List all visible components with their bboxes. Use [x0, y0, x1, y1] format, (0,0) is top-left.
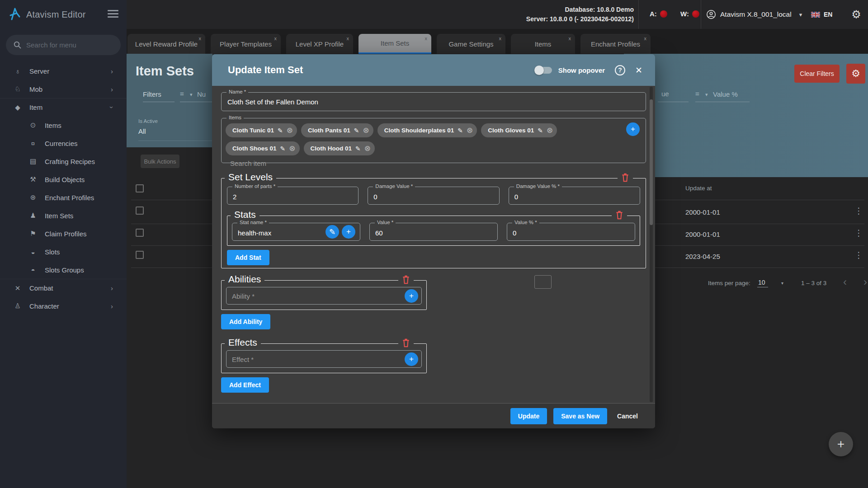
- pick-effect-button[interactable]: +: [405, 352, 418, 366]
- tab-close-icon[interactable]: x: [644, 36, 647, 41]
- add-item-button[interactable]: +: [626, 122, 640, 136]
- sidebar-item-claim-profiles[interactable]: ⚑ Claim Profiles: [0, 225, 127, 243]
- page-size-dropdown-icon[interactable]: ▾: [781, 281, 783, 286]
- remove-chip-icon[interactable]: ⊗: [467, 127, 473, 134]
- filter-value-pct-label[interactable]: Value %: [713, 90, 738, 98]
- is-active-select[interactable]: All: [138, 127, 146, 135]
- cancel-button[interactable]: Cancel: [613, 408, 642, 424]
- sidebar-item-currencies[interactable]: ¤ Currencies: [0, 134, 127, 152]
- pick-stat-button[interactable]: +: [342, 225, 355, 239]
- delete-effect-trash-icon[interactable]: [398, 338, 414, 348]
- sidebar-item-build-objects[interactable]: ⚒ Build Objects: [0, 170, 127, 188]
- stat-name-input[interactable]: [238, 229, 308, 237]
- add-effect-button[interactable]: Add Effect: [221, 377, 269, 393]
- sidebar-item-crafting-recipes[interactable]: ▤ Crafting Recipes: [0, 152, 127, 170]
- damage-value-field[interactable]: Damage Value *: [368, 187, 499, 205]
- close-icon[interactable]: ✕: [635, 65, 642, 75]
- tab-level-reward-profile[interactable]: Level Reward Profile x: [127, 34, 205, 54]
- remove-chip-icon[interactable]: ⊗: [547, 127, 553, 134]
- page-size-select[interactable]: 10: [757, 279, 768, 287]
- tab-level-xp-profile[interactable]: Level XP Profile x: [286, 34, 353, 54]
- number-of-parts-input[interactable]: [233, 193, 347, 201]
- table-settings-gear-icon[interactable]: ⚙: [846, 64, 865, 84]
- stat-value-pct-field[interactable]: Value % *: [507, 223, 635, 241]
- damage-value-pct-input[interactable]: [514, 193, 628, 201]
- stat-name-field[interactable]: Stat name * ✎ +: [232, 223, 360, 241]
- edit-pencil-icon[interactable]: ✎: [354, 127, 359, 134]
- select-all-checkbox[interactable]: [136, 184, 144, 192]
- show-popover-toggle[interactable]: [536, 67, 552, 74]
- row-menu-kebab-icon[interactable]: ⋮: [854, 229, 863, 237]
- search-input[interactable]: [26, 41, 110, 49]
- tab-close-icon[interactable]: x: [499, 36, 502, 41]
- sidebar-item-items[interactable]: ⊙ Items: [0, 116, 127, 134]
- settings-gear-icon[interactable]: ⚙: [846, 0, 866, 29]
- next-page-icon[interactable]: ›: [863, 276, 867, 288]
- sidebar-item-mob[interactable]: ♘ Mob ›: [0, 80, 127, 98]
- save-as-new-button[interactable]: Save as New: [553, 408, 607, 424]
- filter-operator[interactable]: =: [695, 90, 699, 98]
- add-item-set-fab[interactable]: +: [829, 432, 853, 456]
- ability-input[interactable]: [232, 292, 407, 300]
- damage-value-pct-field[interactable]: Damage Value % *: [509, 187, 640, 205]
- stat-value-input[interactable]: [375, 229, 486, 237]
- dialog-scrollbar[interactable]: [650, 87, 653, 402]
- damage-value-input[interactable]: [373, 193, 487, 201]
- row-checkbox[interactable]: [136, 206, 144, 215]
- add-ability-button[interactable]: Add Ability: [221, 314, 270, 329]
- delete-stat-trash-icon[interactable]: [612, 210, 627, 220]
- tab-player-templates[interactable]: Player Templates x: [211, 34, 281, 54]
- item-chip[interactable]: Cloth Hood 01 ✎ ⊗: [304, 141, 375, 155]
- scrollbar-thumb[interactable]: [650, 99, 653, 225]
- remove-chip-icon[interactable]: ⊗: [364, 145, 371, 152]
- tab-enchant-profiles[interactable]: Enchant Profiles x: [580, 34, 651, 54]
- add-stat-button[interactable]: Add Stat: [227, 250, 269, 265]
- tab-close-icon[interactable]: x: [347, 36, 349, 41]
- delete-ability-trash-icon[interactable]: [398, 275, 414, 285]
- language-selector[interactable]: EN: [811, 0, 832, 29]
- tab-close-icon[interactable]: x: [199, 36, 202, 41]
- item-chip[interactable]: Cloth Tunic 01 ✎ ⊗: [226, 123, 297, 137]
- edit-stat-button[interactable]: ✎: [326, 225, 339, 239]
- sidebar-item-combat[interactable]: ✕ Combat ›: [0, 279, 127, 297]
- tab-close-icon[interactable]: x: [425, 36, 428, 41]
- help-icon[interactable]: ?: [615, 65, 625, 75]
- filter-field-fragment[interactable]: Nu: [197, 90, 206, 98]
- filter-dropdown-icon[interactable]: ▾: [705, 92, 708, 98]
- tab-game-settings[interactable]: Game Settings x: [437, 34, 505, 54]
- edit-pencil-icon[interactable]: ✎: [355, 145, 361, 152]
- previous-page-icon[interactable]: ‹: [843, 276, 847, 288]
- clear-filters-button[interactable]: Clear Filters: [794, 65, 840, 83]
- filter-field-fragment[interactable]: ue: [661, 90, 669, 98]
- item-chip[interactable]: Cloth Pants 01 ✎ ⊗: [301, 123, 373, 137]
- sidebar-item-slots-groups[interactable]: ◓ Slots Groups: [0, 261, 127, 279]
- row-menu-kebab-icon[interactable]: ⋮: [854, 206, 863, 215]
- search-item-input[interactable]: [230, 160, 605, 167]
- menu-toggle-icon[interactable]: [108, 10, 118, 19]
- stat-value-field[interactable]: Value *: [369, 223, 498, 241]
- tab-close-icon[interactable]: x: [274, 36, 277, 41]
- tab-item-sets[interactable]: Item Sets x: [359, 34, 431, 54]
- edit-pencil-icon[interactable]: ✎: [458, 127, 463, 134]
- row-checkbox[interactable]: [136, 229, 144, 237]
- row-checkbox[interactable]: [136, 251, 144, 259]
- sidebar-item-slots[interactable]: ◒ Slots: [0, 243, 127, 261]
- pick-ability-button[interactable]: +: [405, 289, 418, 303]
- filter-operator[interactable]: =: [180, 90, 184, 98]
- sidebar-item-character[interactable]: ♙ Character ›: [0, 297, 127, 315]
- item-chip[interactable]: Cloth Shoes 01 ✎ ⊗: [226, 141, 300, 155]
- name-input[interactable]: [227, 98, 619, 106]
- update-button[interactable]: Update: [510, 408, 547, 424]
- stat-value-pct-input[interactable]: [513, 229, 623, 237]
- toggle-knob[interactable]: [534, 66, 544, 75]
- effect-input[interactable]: [232, 356, 407, 363]
- remove-chip-icon[interactable]: ⊗: [289, 145, 295, 152]
- bulk-actions-button[interactable]: Bulk Actions: [141, 155, 179, 168]
- sidebar-item-enchant-profiles[interactable]: ⊛ Enchant Profiles: [0, 188, 127, 206]
- edit-pencil-icon[interactable]: ✎: [280, 145, 286, 152]
- remove-chip-icon[interactable]: ⊗: [287, 127, 293, 134]
- account-menu[interactable]: Atavism X.8_001_local ▾: [706, 0, 802, 29]
- filter-dropdown-icon[interactable]: ▾: [190, 92, 193, 98]
- name-field[interactable]: Name *: [221, 92, 646, 111]
- edit-pencil-icon[interactable]: ✎: [278, 127, 283, 134]
